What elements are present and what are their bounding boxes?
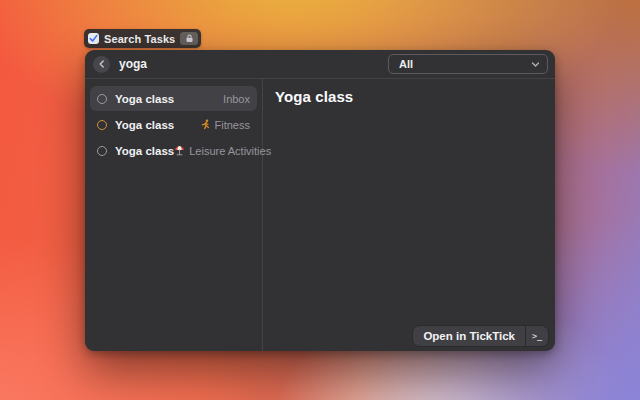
task-status-circle-icon[interactable]	[97, 120, 107, 130]
task-list-name: Leisure Activities	[189, 145, 271, 157]
task-row-inbox[interactable]: Yoga class Inbox	[90, 86, 257, 111]
task-row-leisure[interactable]: Yoga class Leisure Activities	[90, 138, 257, 163]
search-input[interactable]: yoga	[119, 57, 388, 71]
task-list-name: Fitness	[215, 119, 250, 131]
terminal-prompt-icon[interactable]: >_	[526, 326, 548, 346]
primary-action-label: Open in TickTick	[413, 326, 525, 346]
chevron-left-icon	[98, 60, 106, 68]
task-list-badge: Fitness	[200, 119, 250, 131]
lock-icon	[180, 32, 198, 45]
back-button[interactable]	[93, 56, 110, 73]
search-tasks-window: yoga All Yoga class Inbox Yoga class	[85, 50, 555, 351]
filter-dropdown[interactable]: All	[388, 54, 548, 74]
parasol-emoji-icon	[174, 145, 185, 156]
task-status-circle-icon[interactable]	[97, 94, 107, 104]
ticktick-app-icon	[88, 33, 99, 44]
task-list-badge: Leisure Activities	[174, 145, 271, 157]
task-row-fitness[interactable]: Yoga class Fitness	[90, 112, 257, 137]
task-list-badge: Inbox	[223, 93, 250, 105]
task-title: Yoga class	[115, 145, 174, 157]
chevron-down-icon	[531, 60, 540, 69]
filter-selected-value: All	[399, 58, 531, 70]
open-in-ticktick-button[interactable]: Open in TickTick >_	[413, 326, 548, 346]
search-bar: yoga All	[85, 50, 555, 79]
runner-emoji-icon	[200, 119, 211, 130]
task-title: Yoga class	[115, 93, 223, 105]
window-title-badge: Search Tasks	[84, 29, 201, 48]
task-title: Yoga class	[115, 119, 200, 131]
detail-title: Yoga class	[275, 88, 543, 105]
task-status-circle-icon[interactable]	[97, 146, 107, 156]
badge-title: Search Tasks	[104, 33, 175, 45]
results-list: Yoga class Inbox Yoga class Fitness	[85, 79, 263, 351]
detail-pane: Yoga class	[263, 79, 555, 351]
task-list-name: Inbox	[223, 93, 250, 105]
window-body: Yoga class Inbox Yoga class Fitness	[85, 79, 555, 351]
